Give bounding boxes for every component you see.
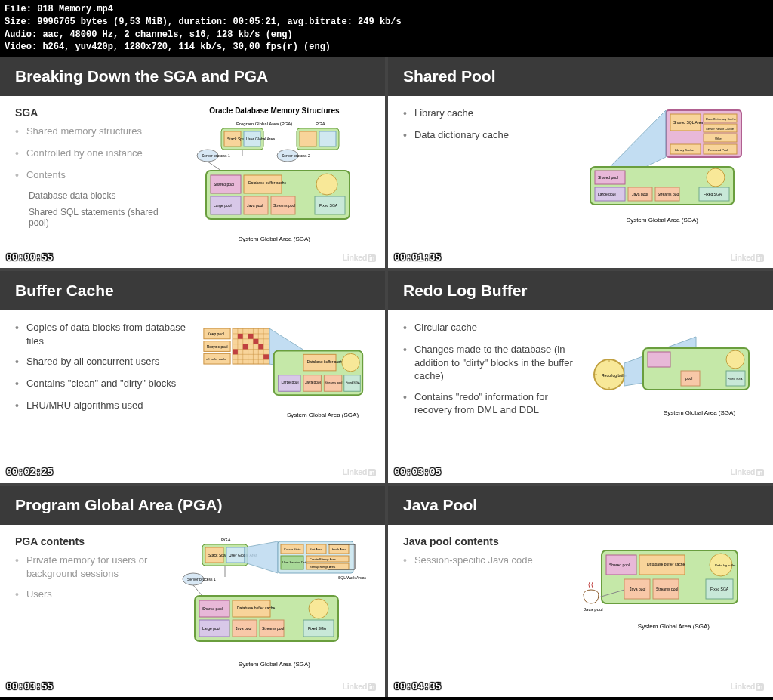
svg-text:Create Bitmap Area: Create Bitmap Area xyxy=(310,557,337,561)
bullet: Private memory for users or background s… xyxy=(15,554,171,580)
svg-rect-103 xyxy=(648,352,670,367)
svg-rect-79 xyxy=(258,344,263,349)
svg-text:SQL Work Areas: SQL Work Areas xyxy=(338,575,366,580)
svg-text:Shared pool: Shared pool xyxy=(609,563,630,567)
svg-rect-76 xyxy=(248,333,254,338)
linkedin-icon: Linked xyxy=(731,682,764,691)
svg-point-47 xyxy=(707,168,725,187)
timestamp: 00:03:55 xyxy=(6,681,53,692)
svg-rect-9 xyxy=(319,131,336,146)
svg-text:Shared pool: Shared pool xyxy=(598,175,618,180)
svg-text:Program Global Area (PGA): Program Global Area (PGA) xyxy=(236,122,292,126)
buffer-cache-diagram: Keep pool Recycle pool nK buffer cache D… xyxy=(200,321,370,421)
svg-text:Fixed SGA: Fixed SGA xyxy=(346,381,360,384)
svg-text:Fixed SGA: Fixed SGA xyxy=(308,626,327,631)
svg-text:Fixed SGA: Fixed SGA xyxy=(710,587,729,591)
bullet: Controlled by one instance xyxy=(15,146,171,161)
svg-text:Fixed SGA: Fixed SGA xyxy=(319,203,338,208)
svg-point-86 xyxy=(342,353,359,371)
slide-pga: Program Global Area (PGA) PGA contents P… xyxy=(0,486,385,697)
timestamp: 00:01:35 xyxy=(394,252,441,264)
svg-text:Server process 1: Server process 1 xyxy=(187,577,216,581)
slide-sga-pga: Breaking Down the SGA and PGA SGA Shared… xyxy=(0,57,385,268)
bullet: Users xyxy=(15,587,171,602)
sub-bullet: Shared SQL statements (shared pool) xyxy=(29,207,171,228)
thumbnail-grid: Breaking Down the SGA and PGA SGA Shared… xyxy=(0,57,773,697)
svg-text:Java pool: Java pool xyxy=(305,381,321,384)
svg-text:nK buffer cache: nK buffer cache xyxy=(206,357,226,361)
svg-line-14 xyxy=(208,162,221,171)
size-line: Size: 9996765 bytes (9,53 MiB), duration… xyxy=(5,16,768,29)
svg-text:Java pool: Java pool xyxy=(584,607,603,612)
svg-text:Server process 1: Server process 1 xyxy=(202,153,230,158)
slide-title: Java Pool xyxy=(388,486,773,525)
video-line: Video: h264, yuv420p, 1280x720, 114 kb/s… xyxy=(5,41,768,54)
svg-text:Shared SQL Area: Shared SQL Area xyxy=(673,120,703,125)
svg-text:Server process 2: Server process 2 xyxy=(282,153,310,158)
bullet: Contains "clean" and "dirty" blocks xyxy=(15,377,192,391)
svg-text:Reserved Pool: Reserved Pool xyxy=(708,148,728,152)
redo-log-diagram: Redo log buffer pool Fixed SGA System Gl… xyxy=(588,321,758,424)
svg-point-21 xyxy=(316,174,337,195)
svg-text:pool: pool xyxy=(685,376,692,381)
svg-text:Streams pool: Streams pool xyxy=(262,626,284,631)
bullet: Session-specific Java code xyxy=(403,554,559,568)
slide-title: Buffer Cache xyxy=(0,271,385,310)
subheading: Java pool contents xyxy=(403,535,559,547)
svg-rect-78 xyxy=(243,344,248,349)
linkedin-icon: Linked xyxy=(343,253,376,262)
svg-text:Database buffer cache: Database buffer cache xyxy=(307,360,344,364)
svg-text:Large pool: Large pool xyxy=(214,203,232,208)
svg-text:Data Dictionary Cache: Data Dictionary Cache xyxy=(706,117,737,121)
svg-rect-77 xyxy=(253,338,258,344)
media-info: File: 018 Memory.mp4 Size: 9996765 bytes… xyxy=(0,0,773,57)
linkedin-icon: Linked xyxy=(731,467,764,476)
svg-text:Sort Area: Sort Area xyxy=(310,547,322,551)
slide-title: Redo Log Buffer xyxy=(388,271,773,310)
bullet: Data dictionary cache xyxy=(403,128,559,143)
slide-title: Breaking Down the SGA and PGA xyxy=(0,57,385,96)
svg-text:Large pool: Large pool xyxy=(598,192,616,196)
svg-text:Database buffer cache: Database buffer cache xyxy=(237,606,275,610)
bullet: Copies of data blocks from database file… xyxy=(15,321,192,347)
bullet: LRU/MRU algorithms used xyxy=(15,399,192,413)
svg-text:Server Result Cache: Server Result Cache xyxy=(706,127,735,131)
svg-text:PGA: PGA xyxy=(221,538,231,542)
svg-text:Database buffer cache: Database buffer cache xyxy=(647,562,685,566)
svg-text:Shared pool: Shared pool xyxy=(202,606,223,611)
shared-pool-diagram: Shared SQL Area Data Dictionary Cache Se… xyxy=(567,106,758,224)
svg-text:Java pool: Java pool xyxy=(630,587,645,591)
svg-text:PGA: PGA xyxy=(316,122,325,126)
svg-text:Streams pool: Streams pool xyxy=(325,381,342,384)
subheading: SGA xyxy=(15,106,171,119)
svg-text:Large pool: Large pool xyxy=(282,381,299,384)
svg-text:Cursor State: Cursor State xyxy=(284,547,301,551)
file-line: File: 018 Memory.mp4 xyxy=(5,3,768,16)
timestamp: 00:02:25 xyxy=(6,467,53,478)
svg-rect-81 xyxy=(263,354,269,359)
linkedin-icon: Linked xyxy=(343,467,376,476)
subheading: PGA contents xyxy=(15,535,171,547)
bullet: Library cache xyxy=(403,106,559,121)
audio-line: Audio: aac, 48000 Hz, 2 channels, s16, 1… xyxy=(5,29,768,42)
svg-text:User Session Data: User Session Data xyxy=(282,560,308,564)
svg-text:Library Cache: Library Cache xyxy=(675,148,694,152)
svg-rect-8 xyxy=(300,131,316,146)
bullet: Circular cache xyxy=(403,321,581,335)
svg-text:Java pool: Java pool xyxy=(247,203,263,208)
slide-java-pool: Java Pool Java pool contents Session-spe… xyxy=(388,486,773,697)
svg-text:Java pool: Java pool xyxy=(632,192,648,196)
svg-line-136 xyxy=(193,585,202,596)
svg-rect-80 xyxy=(233,349,238,354)
svg-point-142 xyxy=(309,599,328,618)
svg-text:Database buffer cache: Database buffer cache xyxy=(248,180,286,185)
timestamp: 00:00:55 xyxy=(6,252,53,264)
slide-shared-pool: Shared Pool Library cache Data dictionar… xyxy=(388,57,773,268)
timestamp: 00:03:05 xyxy=(394,467,441,478)
bullet: Contents xyxy=(15,168,171,183)
svg-text:Java pool: Java pool xyxy=(236,626,251,631)
svg-text:Streams pool: Streams pool xyxy=(273,203,295,208)
svg-text:Bitmap Merge Area: Bitmap Merge Area xyxy=(310,565,336,569)
svg-text:Shared pool: Shared pool xyxy=(214,182,234,187)
svg-point-104 xyxy=(726,350,744,369)
